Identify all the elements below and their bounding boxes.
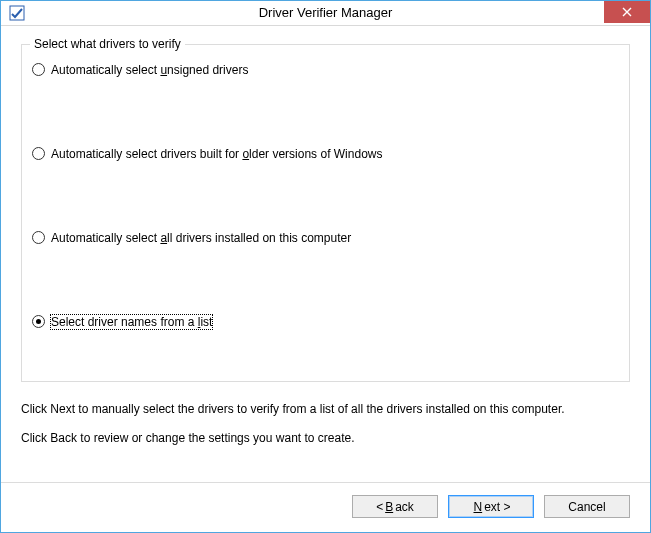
radio-label: Select driver names from a list <box>51 315 212 329</box>
radio-option-from-list[interactable]: Select driver names from a list <box>32 315 619 329</box>
cancel-button[interactable]: Cancel <box>544 495 630 518</box>
close-icon <box>622 7 632 17</box>
window-title: Driver Verifier Manager <box>1 5 650 20</box>
description-text: Click Next to manually select the driver… <box>21 400 630 458</box>
description-line-1: Click Next to manually select the driver… <box>21 400 630 419</box>
radio-label: Automatically select all drivers install… <box>51 231 351 245</box>
close-button[interactable] <box>604 1 650 23</box>
button-separator <box>1 482 650 483</box>
radio-option-all-drivers[interactable]: Automatically select all drivers install… <box>32 231 619 245</box>
groupbox-legend: Select what drivers to verify <box>30 37 185 51</box>
radio-indicator <box>32 315 45 328</box>
radio-label: Automatically select drivers built for o… <box>51 147 382 161</box>
next-button[interactable]: Next > <box>448 495 534 518</box>
app-icon <box>9 5 25 21</box>
window-frame: Driver Verifier Manager Select what driv… <box>0 0 651 533</box>
svg-rect-0 <box>10 6 24 20</box>
titlebar[interactable]: Driver Verifier Manager <box>1 1 650 26</box>
radio-indicator <box>32 147 45 160</box>
radio-indicator <box>32 231 45 244</box>
radio-label: Automatically select unsigned drivers <box>51 63 248 77</box>
radio-indicator <box>32 63 45 76</box>
description-line-2: Click Back to review or change the setti… <box>21 429 630 448</box>
radio-option-older-windows[interactable]: Automatically select drivers built for o… <box>32 147 619 161</box>
radio-option-unsigned[interactable]: Automatically select unsigned drivers <box>32 63 619 77</box>
drivers-groupbox: Select what drivers to verify Automatica… <box>21 44 630 382</box>
back-button[interactable]: < Back <box>352 495 438 518</box>
wizard-content: Select what drivers to verify Automatica… <box>1 26 650 468</box>
wizard-button-row: < Back Next > Cancel <box>1 495 650 532</box>
